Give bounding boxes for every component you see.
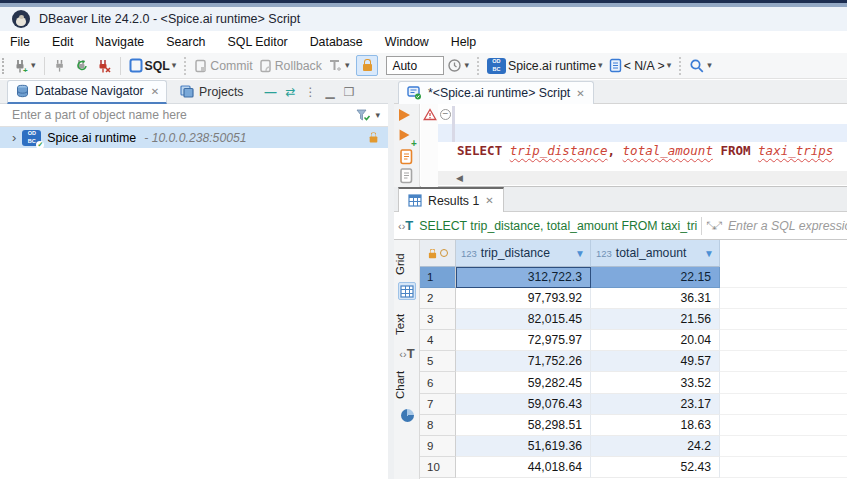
close-icon[interactable]: ✕ xyxy=(485,195,493,206)
cell-total-amount[interactable]: 36.31 xyxy=(591,288,720,309)
cell-total-amount[interactable]: 24.2 xyxy=(591,436,720,457)
menu-database[interactable]: Database xyxy=(299,35,374,49)
cell-total-amount[interactable]: 22.15 xyxy=(591,267,720,288)
cell-trip-distance[interactable]: 51,619.36 xyxy=(456,436,591,457)
chevron-down-icon[interactable]: ▾ xyxy=(375,111,380,120)
sort-desc-icon[interactable]: ▼ xyxy=(575,248,585,259)
expand-chevron-icon[interactable]: › xyxy=(12,130,16,145)
tab-results-1[interactable]: Results 1 ✕ xyxy=(398,187,504,212)
cell-trip-distance[interactable]: 44,018.64 xyxy=(456,457,591,478)
editor-horizontal-scrollbar[interactable]: ◀ xyxy=(438,171,847,185)
connection-tree-item[interactable]: › OD BC ✓ Spice.ai runtime - 10.0.0.238:… xyxy=(0,127,388,148)
cell-total-amount[interactable]: 52.43 xyxy=(591,457,720,478)
column-header-trip-distance[interactable]: 123 trip_distance ▼ xyxy=(456,240,591,267)
cell-trip-distance[interactable]: 97,793.92 xyxy=(456,288,591,309)
cell-trip-distance[interactable]: 58,298.51 xyxy=(456,415,591,436)
cell-trip-distance[interactable]: 71,752.26 xyxy=(456,351,591,372)
cell-total-amount[interactable]: 18.63 xyxy=(591,415,720,436)
view-menu-icon[interactable]: ⋮ xyxy=(305,85,317,99)
row-number-cell[interactable]: 3 xyxy=(420,309,456,330)
results-grid: 123 trip_distance ▼ 123 total_amount ▼ 1… xyxy=(420,240,847,479)
cell-total-amount[interactable]: 23.17 xyxy=(591,394,720,415)
table-row[interactable]: 472,975.9720.04 xyxy=(420,330,847,351)
close-icon[interactable]: ✕ xyxy=(576,88,584,99)
table-row[interactable]: 571,752.2649.57 xyxy=(420,351,847,372)
active-database-selector[interactable]: < N/A > ▾ xyxy=(606,56,675,75)
scroll-left-icon[interactable]: ◀ xyxy=(456,173,463,183)
script-tools-button[interactable] xyxy=(399,167,414,184)
table-row[interactable]: 951,619.3624.2 xyxy=(420,436,847,457)
menu-window[interactable]: Window xyxy=(374,35,440,49)
row-number-cell[interactable]: 10 xyxy=(420,457,456,478)
table-row[interactable]: 297,793.9236.31 xyxy=(420,288,847,309)
cell-total-amount[interactable]: 49.57 xyxy=(591,351,720,372)
table-row[interactable]: 858,298.5118.63 xyxy=(420,415,847,436)
cell-total-amount[interactable]: 33.52 xyxy=(591,372,720,393)
column-header-total-amount[interactable]: 123 total_amount ▼ xyxy=(591,240,720,267)
cell-trip-distance[interactable]: 82,015.45 xyxy=(456,309,591,330)
auto-commit-lock-toggle[interactable] xyxy=(356,55,378,76)
execute-script-button[interactable] xyxy=(399,148,414,165)
commit-mode-combo[interactable]: Auto xyxy=(386,56,444,75)
row-number-cell[interactable]: 2 xyxy=(420,288,456,309)
view-tab-text[interactable]: Text xyxy=(394,308,420,340)
menu-edit[interactable]: Edit xyxy=(41,35,84,49)
link-editor-icon[interactable]: ⇄ xyxy=(286,85,296,99)
menu-navigate[interactable]: Navigate xyxy=(84,35,155,49)
connect-button[interactable] xyxy=(50,56,71,75)
cell-total-amount[interactable]: 20.04 xyxy=(591,330,720,351)
fold-collapse-icon[interactable]: − xyxy=(440,109,451,120)
object-filter-input[interactable]: Enter a part of object name here xyxy=(0,108,355,122)
row-number-cell[interactable]: 8 xyxy=(420,415,456,436)
search-button[interactable]: ▾ xyxy=(686,56,715,76)
transaction-mode-button[interactable]: ▾ xyxy=(325,56,353,75)
chart-view-icon[interactable] xyxy=(398,406,416,424)
menu-search[interactable]: Search xyxy=(155,35,216,49)
row-number-cell[interactable]: 7 xyxy=(420,394,456,415)
active-connection-selector[interactable]: OD BC Spice.ai runtime ▾ xyxy=(484,56,606,76)
row-number-cell[interactable]: 4 xyxy=(420,330,456,351)
text-view-icon[interactable]: ‹›T xyxy=(398,344,416,362)
collapse-all-icon[interactable]: — xyxy=(265,85,277,99)
rollback-button[interactable]: Rollback xyxy=(256,57,325,75)
grid-view-icon[interactable] xyxy=(398,282,416,300)
row-number-cell[interactable]: 6 xyxy=(420,372,456,393)
expand-panel-icon[interactable]: ⤡⤢ xyxy=(706,219,720,232)
cell-trip-distance[interactable]: 72,975.97 xyxy=(456,330,591,351)
grid-corner-cell[interactable] xyxy=(420,240,456,267)
row-number-cell[interactable]: 1 xyxy=(420,267,456,288)
sql-expression-input[interactable]: Enter a SQL expression to... xyxy=(728,219,847,233)
menu-sql-editor[interactable]: SQL Editor xyxy=(217,35,299,49)
sort-desc-icon[interactable]: ▼ xyxy=(704,248,714,259)
table-row[interactable]: 759,076.4323.17 xyxy=(420,394,847,415)
table-row[interactable]: 1044,018.6452.43 xyxy=(420,457,847,478)
view-tab-grid[interactable]: Grid xyxy=(394,248,420,280)
view-tab-chart[interactable]: Chart xyxy=(394,366,420,404)
table-row[interactable]: 659,282.4533.52 xyxy=(420,372,847,393)
execute-new-tab-button[interactable]: + xyxy=(399,129,410,141)
cell-trip-distance[interactable]: 59,076.43 xyxy=(456,394,591,415)
menu-file[interactable]: File xyxy=(0,35,41,49)
close-icon[interactable]: ✕ xyxy=(151,86,159,97)
transaction-log-button[interactable]: ▾ xyxy=(444,56,472,75)
row-number-cell[interactable]: 9 xyxy=(420,436,456,457)
new-connection-button[interactable]: + ▾ xyxy=(10,56,39,76)
row-number-cell[interactable]: 5 xyxy=(420,351,456,372)
cell-total-amount[interactable]: 21.56 xyxy=(591,309,720,330)
tab-sql-script[interactable]: *<Spice.ai runtime> Script ✕ xyxy=(398,81,594,104)
execute-statement-button[interactable] xyxy=(399,109,410,121)
cell-trip-distance[interactable]: 312,722.3 xyxy=(456,267,591,288)
menu-help[interactable]: Help xyxy=(440,35,487,49)
table-row[interactable]: 382,015.4521.56 xyxy=(420,309,847,330)
filter-funnel-icon[interactable] xyxy=(355,108,371,122)
minimize-view-icon[interactable]: ▁ xyxy=(326,85,335,99)
tab-database-navigator[interactable]: Database Navigator ✕ xyxy=(7,80,167,104)
maximize-view-icon[interactable]: ❒ xyxy=(344,85,355,99)
sql-editor-button[interactable]: SQL ▾ xyxy=(126,56,180,75)
commit-button[interactable]: Commit xyxy=(191,57,255,75)
reconnect-button[interactable] xyxy=(71,56,93,76)
tab-projects[interactable]: Projects xyxy=(173,80,250,104)
table-row[interactable]: 1312,722.322.15 xyxy=(420,267,847,288)
cell-trip-distance[interactable]: 59,282.45 xyxy=(456,372,591,393)
disconnect-button[interactable] xyxy=(93,56,115,76)
